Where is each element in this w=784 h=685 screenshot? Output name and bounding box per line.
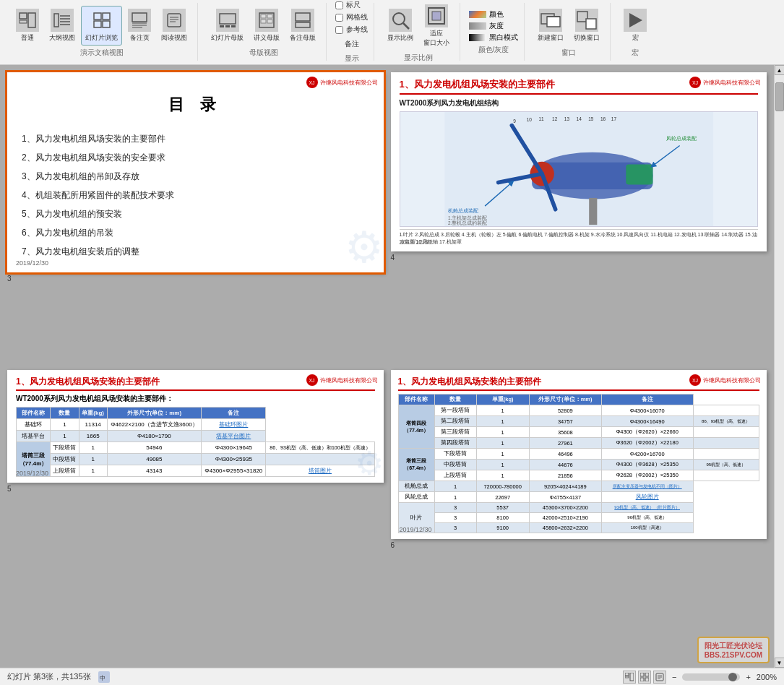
- table-row: 3 9100 45800×2632×2200 100机型（高速）: [398, 523, 759, 533]
- status-normal-view[interactable]: [623, 671, 636, 684]
- slide-browse-button[interactable]: 幻灯片浏览: [81, 6, 122, 46]
- fit-window-label: 适应窗口大小: [423, 29, 449, 48]
- svg-rect-22: [225, 25, 230, 27]
- toolbar-group-master-views: 幻灯片母版 讲义母版: [201, 3, 327, 61]
- handout-master-label: 讲义母版: [254, 33, 280, 43]
- slide-master-button[interactable]: 幻灯片母版: [207, 6, 248, 46]
- svg-text:9: 9: [513, 119, 516, 124]
- notes-page-button[interactable]: 备注页: [124, 6, 155, 46]
- normal-view-label: 普通: [21, 33, 34, 43]
- view-buttons: [623, 671, 666, 684]
- status-reading-view[interactable]: [653, 671, 666, 684]
- cell: 95机型（高、低速）: [693, 460, 759, 470]
- table-row: 塔筒四段（77.4m） 第一段塔筒 1 52809 Φ4300×16070: [398, 405, 759, 416]
- macro-button[interactable]: 宏: [619, 6, 651, 46]
- reading-view-button[interactable]: 阅读视图: [157, 6, 191, 46]
- cell: 22697: [476, 492, 529, 503]
- ruler-checkbox[interactable]: 标尺: [335, 0, 368, 10]
- scroll-down-button[interactable]: ▼: [775, 658, 785, 668]
- turbine-diagram: 机舱总成装配 1.主机架总成装配 2.整机总成的装配 风轮总成装配 9 10 1…: [400, 111, 759, 227]
- cell-note-link[interactable]: 93机型（高、低速）（叶片图片）: [601, 503, 693, 513]
- color-label: 颜色: [489, 9, 504, 20]
- cell-note-link-2[interactable]: 塔基平台图片: [202, 431, 266, 442]
- fit-window-button[interactable]: 适应窗口大小: [419, 1, 454, 51]
- slide-5-logo-text: 许继风电科技有限公司: [320, 376, 378, 384]
- presentation-view-buttons: 普通 大纲视图: [12, 6, 191, 46]
- cell-qty: 1: [79, 465, 107, 477]
- new-window-button[interactable]: 新建窗口: [533, 6, 568, 46]
- notes-master-button[interactable]: 备注母版: [285, 6, 320, 46]
- cell-note-link[interactable]: 基础环图片: [202, 419, 266, 431]
- zoom-minus[interactable]: −: [672, 673, 676, 681]
- zoom-button[interactable]: 显示比例: [383, 6, 418, 46]
- color-option[interactable]: 颜色: [469, 9, 504, 20]
- cell-weight: 11314: [79, 419, 107, 431]
- slide-3-date: 2019/12/30: [16, 259, 48, 267]
- cell: 第三段塔筒: [434, 427, 476, 438]
- gridlines-checkbox[interactable]: 网格线: [335, 12, 368, 22]
- cell: 720000-780000: [476, 481, 529, 492]
- zoom-slider[interactable]: [682, 673, 740, 681]
- switch-window-button[interactable]: 切换窗口: [569, 6, 604, 46]
- slide-3-logo: XJ 许继风电科技有限公司: [306, 77, 378, 88]
- normal-view-button[interactable]: 普通: [12, 6, 43, 46]
- svg-rect-9: [103, 13, 110, 20]
- toc-item-2: 2、风力发电机组风场安装的安全要求: [22, 149, 369, 166]
- notes-button[interactable]: 备注: [341, 37, 363, 51]
- outline-view-button[interactable]: 大纲视图: [45, 6, 79, 46]
- scrollbar-track[interactable]: [775, 75, 785, 658]
- cell-note-link[interactable]: 所配主变压器与发电机不同（图片）: [601, 481, 693, 492]
- slide-5-number: 5: [7, 485, 384, 493]
- statusbar-left: 幻灯片 第3张，共135张 中: [7, 671, 110, 683]
- slide-5-content: XJ 许继风电科技有限公司 1、风力发电机组风场安装的主要部件 WT2000系列…: [7, 370, 384, 483]
- zoom-thumb[interactable]: [728, 673, 737, 681]
- svg-rect-70: [640, 673, 644, 676]
- cell-note-link[interactable]: 风轮图片: [601, 492, 693, 503]
- new-window-icon: [539, 9, 562, 32]
- toolbar-group-macro: 宏 宏: [613, 3, 657, 61]
- cell: 21856: [529, 470, 601, 481]
- zoom-plus[interactable]: +: [746, 673, 750, 681]
- scroll-up-button[interactable]: ▲: [775, 65, 785, 75]
- zoom-level: 200%: [757, 673, 777, 681]
- cell: 1: [476, 427, 529, 438]
- table-row: 第四段塔筒 1 27961 Φ3620（Φ2002）×22180: [398, 438, 759, 449]
- cell: 45300×3700×2200: [529, 503, 601, 513]
- table-row: 上段塔筒 1 21856 Φ2628（Φ2002）×25350: [398, 470, 759, 481]
- scrollbar-thumb[interactable]: [775, 82, 784, 111]
- svg-rect-36: [547, 17, 560, 27]
- cell: 52809: [529, 405, 601, 416]
- slide-4[interactable]: XJ 许继风电科技有限公司 1、风力发电机组风场安装的主要部件 WT2000系列…: [391, 72, 767, 251]
- slide-5[interactable]: XJ 许继风电科技有限公司 1、风力发电机组风场安装的主要部件 WT2000系列…: [7, 370, 384, 483]
- presentation-views-label: 演示文稿视图: [80, 48, 124, 58]
- cell-weight: 1665: [79, 431, 107, 442]
- cell-qty: 1: [79, 442, 107, 454]
- status-slide-view[interactable]: [638, 671, 651, 684]
- svg-text:13: 13: [564, 116, 569, 121]
- svg-rect-26: [267, 14, 272, 18]
- svg-text:15: 15: [588, 116, 594, 121]
- handout-master-button[interactable]: 讲义母版: [249, 6, 284, 46]
- guides-checkbox[interactable]: 参考线: [335, 25, 368, 35]
- svg-point-31: [393, 13, 405, 25]
- table-row: 叶片 3 5537 45300×3700×2200 93机型（高、低速）（叶片图…: [398, 503, 759, 513]
- table-row: 塔基平台 1 1665 Φ4180×1790 塔基平台图片: [17, 431, 375, 442]
- reading-view-icon: [163, 9, 186, 32]
- toolbar-group-color: 颜色 灰度 黑白模式 颜色/灰度: [463, 3, 525, 61]
- slide-3[interactable]: XJ 许继风电科技有限公司 目 录 1、风力发电机组风场安装的主要部件 2、风力…: [7, 72, 384, 272]
- bw-option[interactable]: 黑白模式: [469, 33, 518, 43]
- macro-group-label: 宏: [632, 48, 639, 58]
- logo-icon-4: XJ: [689, 77, 701, 88]
- toolbar-group-presentation-views: 普通 大纲视图: [6, 3, 198, 61]
- svg-rect-68: [625, 676, 629, 678]
- tower3-merged: 塔筒三段（67.4m）: [398, 449, 434, 481]
- grayscale-option[interactable]: 灰度: [469, 21, 504, 31]
- zoom-icon: [389, 9, 412, 32]
- cell-qty: 1: [50, 419, 79, 431]
- cell-size: Φ4300×Φ2955×31820: [202, 465, 266, 477]
- slide-master-label: 幻灯片母版: [211, 33, 244, 43]
- slide-master-icon: [216, 9, 239, 32]
- svg-rect-30: [296, 22, 310, 27]
- slide-5-table: 部件名称 数量 单重(kg) 外形尺寸(单位：mm) 备注 基础环 1: [16, 407, 375, 477]
- slide-6[interactable]: XJ 许继风电科技有限公司 1、风力发电机组风场安装的主要部件 部件名称 数量 …: [391, 370, 767, 539]
